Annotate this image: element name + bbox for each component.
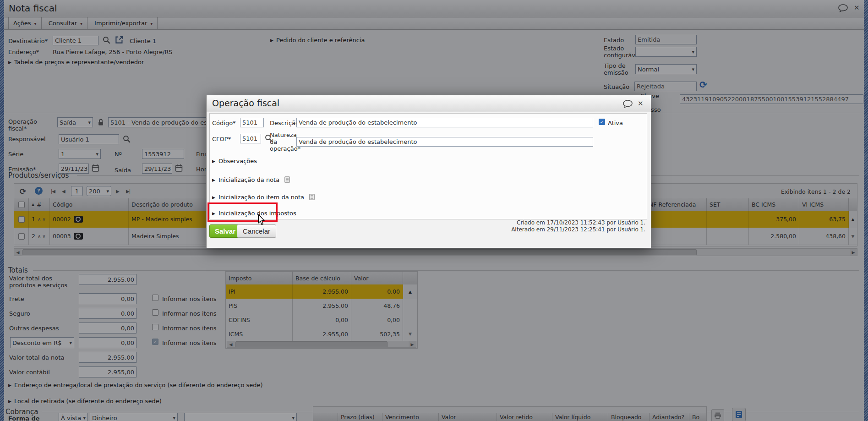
descricao-input[interactable]: Venda de produção do estabelecimento	[296, 118, 593, 127]
init-item-expander[interactable]: Inicialização do item da nota	[212, 192, 315, 201]
operacao-fiscal-dialog: Operação fiscal ✕ Código* 5101 Descrição…	[206, 95, 651, 248]
mouse-cursor	[257, 214, 266, 225]
created-timestamp: Criado em 17/10/2023 11:52:43 por Usuári…	[517, 219, 645, 226]
dialog-title: Operação fiscal	[212, 98, 279, 108]
codigo-label: Código*	[212, 120, 236, 126]
cfop-input[interactable]: 5101	[240, 134, 261, 143]
save-button[interactable]: Salvar	[209, 224, 241, 238]
dialog-titlebar: Operação fiscal ✕	[207, 95, 651, 112]
updated-timestamp: Alterado em 29/11/2023 12:25:41 por Usuá…	[511, 226, 645, 233]
script-icon	[309, 194, 315, 200]
natureza-input[interactable]: Venda de produção do estabelecimento	[296, 137, 593, 147]
init-nota-expander[interactable]: Inicialização da nota	[212, 175, 290, 184]
ativa-label: Ativa	[608, 120, 623, 126]
script-icon	[284, 176, 290, 183]
comment-icon[interactable]	[622, 99, 633, 109]
close-dialog-icon[interactable]: ✕	[638, 99, 644, 108]
observacoes-expander[interactable]: Observações	[212, 158, 257, 164]
nota-fiscal-window: Nota fiscal ✕ Ações Consultar Imprimir/e…	[0, 0, 868, 421]
codigo-input[interactable]: 5101	[240, 118, 264, 127]
cancel-button[interactable]: Cancelar	[237, 224, 276, 238]
natureza-label: Natureza da operação*	[270, 131, 296, 152]
ativa-checkbox[interactable]: ✓	[599, 119, 605, 125]
cfop-label: CFOP*	[212, 136, 231, 142]
highlight-rectangle	[207, 202, 278, 222]
